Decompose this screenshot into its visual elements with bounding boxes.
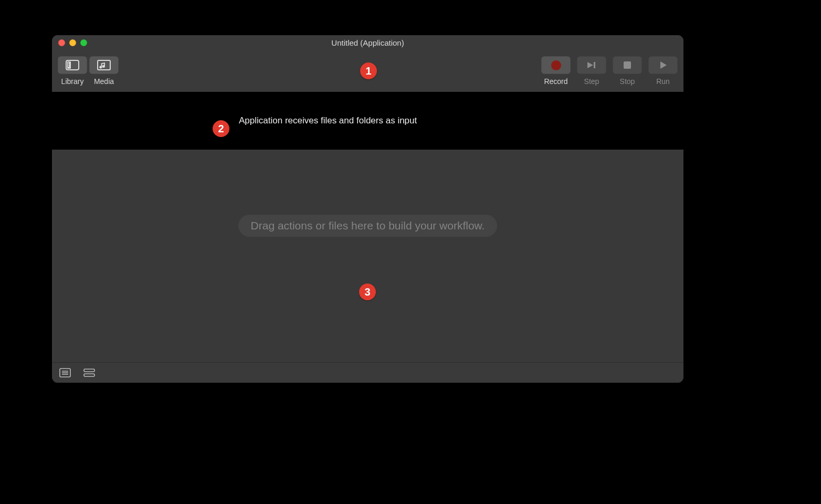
svg-rect-1 [67,61,71,69]
svg-rect-15 [84,374,94,376]
stop-button[interactable] [613,56,642,74]
run-button[interactable] [648,56,678,74]
svg-point-3 [68,64,69,65]
annotation-badge-3: 3 [359,284,376,300]
library-item: Library [58,56,87,86]
media-button[interactable] [89,56,119,74]
variables-view-button[interactable] [83,368,95,377]
step-item: Step [577,56,606,86]
svg-marker-9 [660,61,667,69]
run-label: Run [656,77,670,86]
library-label: Library [61,77,84,86]
workflow-input-bar[interactable]: Application receives files and folders a… [52,92,683,150]
traffic-lights [58,35,87,50]
media-label: Media [94,77,114,86]
svg-point-2 [68,62,69,64]
record-icon [551,60,561,70]
step-button[interactable] [577,56,606,74]
minimize-button[interactable] [69,39,76,46]
log-view-button[interactable] [59,368,71,377]
library-button[interactable] [58,56,87,74]
record-label: Record [544,77,567,86]
run-icon [658,60,668,70]
annotation-badge-2: 2 [213,120,229,137]
titlebar: Untitled (Application) [52,35,683,50]
stop-icon [623,60,632,70]
close-button[interactable] [58,39,65,46]
workflow-drop-hint: Drag actions or files here to build your… [238,215,498,237]
svg-rect-7 [594,62,595,68]
workflow-input-description: Application receives files and folders a… [239,116,417,126]
svg-rect-14 [84,369,94,372]
stop-item: Stop [613,56,642,86]
media-icon [97,60,111,70]
svg-marker-6 [587,62,593,68]
window-title: Untitled (Application) [331,38,404,47]
svg-point-4 [68,66,69,67]
stop-label: Stop [620,77,635,86]
statusbar [52,362,683,383]
annotation-badge-1: 1 [360,62,377,79]
workflow-canvas[interactable]: Drag actions or files here to build your… [52,150,683,362]
svg-rect-8 [624,61,631,69]
zoom-button[interactable] [80,39,87,46]
sidebar-icon [66,60,79,70]
run-item: Run [648,56,678,86]
step-label: Step [584,77,599,86]
media-item: Media [89,56,119,86]
record-button[interactable] [541,56,571,74]
step-icon [586,60,597,70]
record-item: Record [541,56,571,86]
app-window: Untitled (Application) Libra [52,35,683,383]
